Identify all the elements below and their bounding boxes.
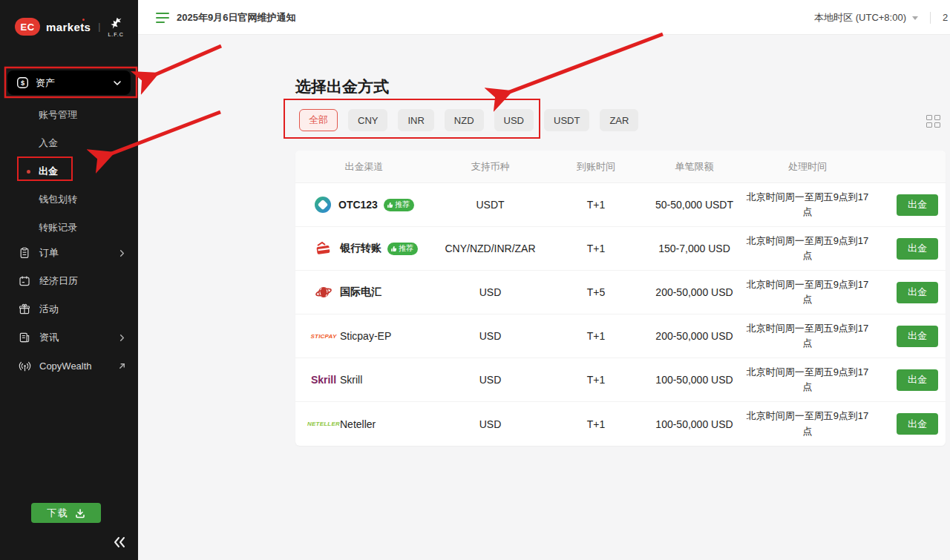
filter-chip-usd[interactable]: USD [494, 109, 534, 131]
table-header: 出金渠道 支持币种 到账时间 单笔限额 处理时间 [295, 151, 946, 183]
ec-logo: EC [15, 18, 40, 36]
wire-transfer-logo-icon [315, 283, 332, 301]
sidebar-item-orders[interactable]: 订单 [0, 239, 138, 267]
notice-text[interactable]: 2025年9月6日官网维护通知 [177, 11, 295, 24]
withdraw-button[interactable]: 出金 [897, 238, 938, 260]
table-row-neteller: NETELLER Neteller USD T+1 100-50,000 USD… [295, 402, 946, 446]
processing-cell: 北京时间周一至周五9点到17点 [744, 234, 871, 263]
brand-markets-label: markets [46, 21, 91, 33]
channel-name: Skrill [340, 374, 362, 386]
filter-chip-nzd[interactable]: NZD [445, 109, 484, 131]
sidebar-item-activities[interactable]: 活动 [0, 295, 138, 323]
collapse-sidebar-button[interactable] [113, 536, 126, 551]
limit-cell: 100-50,000 USD [644, 418, 744, 430]
timezone-area: 本地时区 (UTC+8:00) 2 [814, 0, 950, 35]
currency-cell: USD [433, 418, 548, 430]
sidebar-item-assets[interactable]: $ 资产 [7, 70, 131, 95]
arrival-cell: T+1 [548, 243, 644, 254]
col-header-channel: 出金渠道 [295, 160, 433, 174]
table-row-otc123: OTC123 推荐 USDT T+1 50-50,000 USDT 北京时间周一… [295, 183, 946, 227]
external-link-icon [118, 362, 126, 370]
lfc-logo: L.F.C [108, 16, 123, 37]
otc123-logo-icon [315, 197, 331, 213]
page-title: 选择出金方式 [295, 76, 389, 97]
withdraw-button[interactable]: 出金 [897, 194, 938, 216]
table-row-bank-transfer: 银行转账 推荐 CNY/NZD/INR/ZAR T+1 150-7,000 US… [295, 227, 946, 271]
sidebar-item-account-management[interactable]: 账号管理 [0, 101, 138, 129]
filter-chip-zar[interactable]: ZAR [600, 109, 638, 131]
gift-icon [18, 303, 31, 316]
limit-cell: 100-50,000 USD [644, 374, 744, 386]
clock-text: 2 [943, 12, 950, 23]
sidebar-item-transfer-records[interactable]: 转账记录 [0, 214, 138, 242]
signal-icon [18, 359, 31, 372]
timezone-selector[interactable]: 本地时区 (UTC+8:00) [814, 11, 906, 24]
currency-cell: USDT [433, 199, 548, 211]
calendar-icon [18, 274, 31, 288]
main-content: 选择出金方式 全部 CNY INR NZD USD USDT ZAR 出金渠道 … [138, 35, 950, 560]
svg-text:$: $ [21, 79, 25, 87]
brand: EC markets | L.F.C [0, 0, 138, 42]
filter-chip-all[interactable]: 全部 [299, 109, 338, 131]
thumbs-up-icon [390, 246, 397, 252]
sidebar-item-economic-calendar[interactable]: 经济日历 [0, 267, 138, 295]
assets-label: 资产 [36, 76, 113, 90]
col-header-currency: 支持币种 [433, 160, 548, 174]
currency-filter-bar: 全部 CNY INR NZD USD USDT ZAR [299, 109, 638, 131]
processing-cell: 北京时间周一至周五9点到17点 [744, 321, 871, 351]
channel-name: Neteller [340, 418, 376, 430]
download-button[interactable]: 下载 [31, 503, 101, 523]
sidebar-item-withdraw[interactable]: 出金 [0, 157, 138, 185]
filter-chip-cny[interactable]: CNY [348, 109, 387, 131]
bank-transfer-logo-icon [315, 240, 332, 257]
limit-cell: 150-7,000 USD [644, 243, 744, 254]
divider [930, 12, 931, 24]
sidebar-item-copywealth[interactable]: CopyWealth [0, 352, 138, 380]
sidebar-item-wallet-transfer[interactable]: 钱包划转 [0, 185, 138, 214]
arrival-cell: T+1 [548, 330, 644, 342]
channel-name: Sticpay-EP [340, 330, 391, 342]
sticpay-logo: STICPAY [315, 327, 332, 345]
processing-cell: 北京时间周一至周五9点到17点 [744, 409, 871, 438]
skrill-logo: Skrill [315, 371, 332, 389]
arrival-cell: T+5 [548, 286, 644, 298]
news-icon [18, 331, 31, 344]
channel-name: OTC123 [338, 199, 378, 211]
dollar-icon: $ [16, 76, 29, 89]
withdraw-button[interactable]: 出金 [897, 369, 938, 391]
table-row-skrill: Skrill Skrill USD T+1 100-50,000 USD 北京时… [295, 358, 946, 402]
channel-name: 国际电汇 [340, 286, 381, 299]
filter-chip-inr[interactable]: INR [398, 109, 433, 131]
double-chevron-left-icon [113, 536, 126, 548]
arrival-cell: T+1 [548, 418, 644, 430]
notice-list-icon[interactable] [156, 13, 169, 23]
withdraw-button[interactable]: 出金 [897, 326, 938, 347]
sidebar-item-deposit[interactable]: 入金 [0, 129, 138, 157]
arrival-cell: T+1 [548, 199, 644, 211]
download-icon [75, 508, 85, 518]
limit-cell: 200-50,000 USD [644, 330, 744, 342]
recommended-badge: 推荐 [387, 243, 418, 255]
liver-bird-icon [108, 16, 123, 31]
filter-chip-usdt[interactable]: USDT [544, 109, 589, 131]
currency-cell: USD [433, 330, 548, 342]
sidebar-menu: 订单 经济日历 活动 资讯 [0, 239, 138, 380]
grid-view-icon[interactable] [926, 115, 941, 128]
clipboard-icon [18, 246, 31, 260]
sidebar: EC markets | L.F.C $ 资产 账号管理 入金 出金 [0, 0, 138, 560]
col-header-arrival: 到账时间 [548, 160, 644, 174]
currency-cell: USD [433, 374, 548, 386]
notice-bar: 2025年9月6日官网维护通知 [156, 0, 295, 35]
withdraw-button[interactable]: 出金 [897, 282, 938, 303]
channel-name: 银行转账 [340, 242, 381, 255]
col-header-processing: 处理时间 [744, 160, 871, 174]
chevron-down-icon [113, 79, 122, 88]
withdraw-button[interactable]: 出金 [897, 413, 938, 435]
chevron-right-icon [118, 249, 126, 257]
limit-cell: 200-50,000 USD [644, 286, 744, 298]
neteller-logo: NETELLER [315, 415, 332, 433]
caret-down-icon [912, 16, 918, 20]
currency-cell: CNY/NZD/INR/ZAR [433, 243, 548, 254]
brand-divider: | [98, 22, 100, 32]
sidebar-item-news[interactable]: 资讯 [0, 323, 138, 352]
